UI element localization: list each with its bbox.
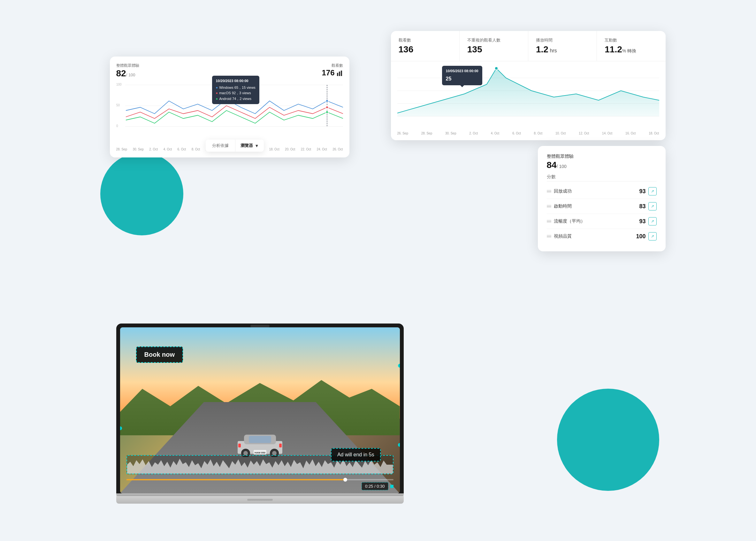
- score-row-0: 回放成功 93 ↗: [547, 184, 657, 199]
- metric-interactions-value: 11.2% 轉換: [605, 44, 658, 55]
- svg-text:HAM 950: HAM 950: [255, 451, 266, 454]
- ad-end-badge: Ad will end in 5s: [331, 448, 381, 461]
- trend-icon-1[interactable]: ↗: [648, 202, 657, 211]
- time-display: 0:25 / 0:30: [127, 482, 393, 490]
- time-connector-dot: [390, 485, 393, 488]
- deco-circle-bottom-right: [557, 389, 659, 491]
- filter-label: 分析依據: [206, 140, 235, 152]
- tooltip-value: 25: [446, 75, 478, 83]
- laptop-mockup: HAM 950 Book now Ad will end in 5s: [116, 323, 404, 504]
- score-row-2: 流暢度（平均） 93 ↗: [547, 214, 657, 229]
- score-panel-title: 整體觀眾體驗: [547, 154, 657, 159]
- left-tooltip-line1: ● Windows 65，15 views: [216, 85, 256, 91]
- svg-point-22: [243, 451, 248, 455]
- left-tooltip-line2: ● macOS 92，3 views: [216, 90, 256, 96]
- laptop-screen: HAM 950 Book now Ad will end in 5s: [120, 327, 400, 493]
- laptop-screen-frame: HAM 950 Book now Ad will end in 5s: [116, 323, 404, 493]
- progress-dot[interactable]: [343, 478, 347, 482]
- svg-point-15: [326, 100, 328, 102]
- score-num-3: 100: [636, 233, 645, 240]
- left-tooltip-date: 10/20/2023 08:00:00: [216, 78, 256, 84]
- drag-handle-0[interactable]: [547, 190, 551, 193]
- time-badge: 0:25 / 0:30: [362, 482, 388, 490]
- top-chart-tooltip: 10/05/2023 08:00:00 25: [442, 66, 482, 85]
- filter-dropdown-browser[interactable]: 瀏覽器 ▼: [235, 140, 264, 152]
- metric-unique-views: 不重複的觀看人數 135: [459, 31, 528, 61]
- left-chart-tooltip: 10/20/2023 08:00:00 ● Windows 65，15 view…: [212, 76, 259, 104]
- score-panel-value: 84/ 100: [547, 160, 657, 170]
- svg-rect-5: [337, 73, 338, 76]
- metric-interactions-label: 互動數: [605, 37, 658, 43]
- svg-point-17: [326, 111, 328, 113]
- metric-unique-value: 135: [467, 44, 520, 55]
- score-panel: 整體觀眾體驗 84/ 100 分數 回放成功 93 ↗: [538, 146, 666, 251]
- trend-icon-3[interactable]: ↗: [648, 232, 657, 241]
- score-label-0: 回放成功: [554, 189, 572, 194]
- progress-fill: [127, 479, 346, 480]
- book-now-button[interactable]: Book now: [136, 346, 183, 363]
- score-num-0: 93: [639, 188, 645, 195]
- metric-playtime-label: 播放時間: [536, 37, 589, 43]
- svg-text:50: 50: [116, 104, 120, 107]
- score-section-label: 分數: [547, 174, 657, 182]
- trend-icon-2[interactable]: ↗: [648, 217, 657, 226]
- progress-bar-area: 0:25 / 0:30: [127, 479, 393, 490]
- score-panel-header: 整體觀眾體驗 84/ 100: [547, 154, 657, 170]
- metric-views-label: 觀看數: [398, 37, 451, 43]
- top-chart-svg: [397, 65, 659, 129]
- metric-views: 觀看數 136: [391, 31, 459, 61]
- drag-handle-3[interactable]: [547, 235, 551, 238]
- drag-handle-2[interactable]: [547, 220, 551, 223]
- svg-rect-6: [339, 72, 340, 76]
- analytics-top-card: 觀看數 136 不重複的觀看人數 135 播放時間 1.2 hrs 互動數: [391, 31, 666, 140]
- svg-rect-26: [279, 444, 282, 447]
- bar-chart-icon: [337, 70, 343, 76]
- svg-rect-25: [238, 444, 241, 447]
- svg-rect-7: [341, 71, 342, 76]
- metric-views-value: 136: [398, 44, 451, 55]
- views-label: 觀看數: [322, 63, 343, 68]
- svg-text:100: 100: [116, 83, 122, 86]
- audience-score-label: 整體觀眾體驗: [116, 63, 139, 68]
- metric-unique-label: 不重複的觀看人數: [467, 37, 520, 43]
- filter-bar: 分析依據 瀏覽器 ▼: [206, 140, 264, 152]
- svg-text:0: 0: [116, 124, 118, 128]
- score-row-1: 啟動時間 83 ↗: [547, 199, 657, 214]
- audience-score-value: 82/ 100: [116, 68, 139, 79]
- top-chart-x-labels: 26. Sep 28. Sep 30. Sep 2. Oct 4. Oct 6.…: [397, 130, 659, 138]
- chevron-down-icon: ▼: [255, 143, 259, 148]
- connector-dot-right-bottom: [398, 443, 400, 447]
- laptop-base: [116, 496, 404, 504]
- metric-playtime-value: 1.2 hrs: [536, 44, 589, 55]
- score-row-3: 視頻品質 100 ↗: [547, 229, 657, 244]
- score-num-2: 93: [639, 218, 645, 225]
- metrics-row: 觀看數 136 不重複的觀看人數 135 播放時間 1.2 hrs 互動數: [391, 31, 666, 61]
- views-value: 176: [322, 68, 343, 77]
- laptop-hinge: [116, 493, 404, 496]
- laptop-notch: [251, 325, 270, 327]
- car-svg: HAM 950: [231, 428, 289, 457]
- scene: 觀看數 136 不重複的觀看人數 135 播放時間 1.2 hrs 互動數: [91, 31, 666, 510]
- laptop-base-notch: [247, 499, 273, 501]
- svg-point-16: [326, 106, 328, 109]
- score-label-3: 視頻品質: [554, 234, 572, 239]
- audience-score-section: 整體觀眾體驗 82/ 100: [116, 63, 139, 79]
- svg-rect-20: [249, 436, 271, 443]
- views-section: 觀看數 176: [322, 63, 343, 77]
- top-chart-area: 10/05/2023 08:00:00 25: [391, 61, 666, 140]
- tooltip-date: 10/05/2023 08:00:00: [446, 68, 478, 74]
- drag-handle-1[interactable]: [547, 205, 551, 208]
- metric-playtime: 播放時間 1.2 hrs: [528, 31, 597, 61]
- left-tooltip-line3: ● Android 74，2 views: [216, 96, 256, 102]
- deco-circle-top-left: [100, 152, 183, 236]
- svg-point-4: [495, 67, 498, 70]
- trend-icon-0[interactable]: ↗: [648, 187, 657, 196]
- progress-track[interactable]: [127, 479, 393, 480]
- video-background: HAM 950 Book now Ad will end in 5s: [120, 327, 400, 493]
- score-label-1: 啟動時間: [554, 204, 572, 209]
- svg-point-24: [272, 451, 277, 455]
- score-num-1: 83: [639, 203, 645, 210]
- metric-interactions: 互動數 11.2% 轉換: [597, 31, 665, 61]
- score-label-2: 流暢度（平均）: [554, 219, 585, 224]
